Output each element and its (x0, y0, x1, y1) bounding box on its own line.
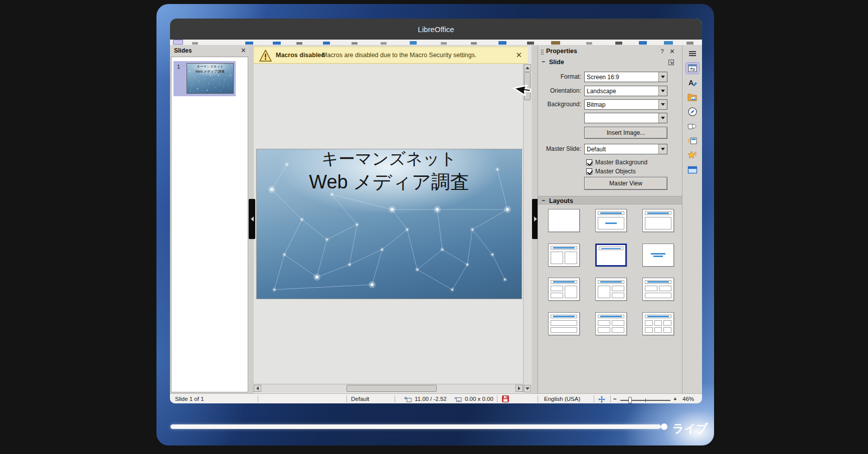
zoom-out-button[interactable]: − (613, 395, 617, 402)
slide-thumbnail-item[interactable]: 1 キーマンズネット Web メディア調査 (173, 61, 236, 96)
edit-canvas[interactable]: Macros disabled Macros are disabled due … (254, 46, 532, 393)
layout-content-box (663, 327, 671, 333)
layout-content-box (654, 327, 662, 333)
slides-panel-title: Slides (174, 47, 192, 54)
layout-content-box (598, 320, 610, 326)
collapse-section-icon[interactable]: − (542, 58, 545, 65)
scroll-down-button[interactable] (524, 385, 531, 392)
layout-content-box (551, 320, 577, 326)
object-size-icon (454, 396, 462, 403)
layout-item-centered-text[interactable] (642, 244, 674, 267)
layout-item-title-4-content[interactable] (595, 312, 627, 335)
format-dropdown[interactable]: Screen 16:9 (584, 72, 667, 82)
layout-content-box (551, 327, 577, 333)
toolbar-icon-fragment (551, 41, 560, 45)
layout-item-title-2content-over-content[interactable] (642, 278, 674, 301)
toolbar-icon-fragment (273, 42, 281, 45)
zoom-slider-thumb[interactable] (628, 397, 632, 403)
dropdown-arrow-icon[interactable] (658, 144, 667, 154)
sidebar-tab-shapes-icon[interactable] (686, 121, 699, 132)
layout-item-title-only[interactable] (595, 244, 627, 267)
master-background-checkbox[interactable] (586, 159, 592, 165)
layout-item-title-2content-and-content[interactable] (548, 278, 580, 301)
slides-panel-header: Slides ✕ (170, 46, 249, 57)
help-button[interactable]: ? (660, 48, 664, 55)
orientation-dropdown[interactable]: Landscape (584, 86, 667, 96)
sidebar-tab-gallery-icon[interactable] (686, 92, 699, 103)
toolbar-icon-fragment (527, 42, 534, 45)
orientation-label: Orientation: (538, 86, 581, 96)
master-objects-checkbox[interactable] (586, 168, 592, 174)
slides-panel-close-icon[interactable]: ✕ (241, 47, 246, 54)
layouts-section-header[interactable]: − Layouts (538, 196, 682, 204)
collapse-left-icon (248, 216, 254, 221)
format-label: Format: (538, 72, 581, 82)
zoom-in-button[interactable]: + (673, 395, 677, 402)
slide-canvas-object[interactable]: キーマンズネット Web メディア調査 (257, 149, 522, 299)
layout-content-box (565, 286, 577, 299)
scroll-left-button[interactable] (254, 385, 261, 392)
layout-content-box (565, 252, 577, 265)
layout-item-blank[interactable] (548, 209, 580, 232)
sidebar-tab-animation-icon[interactable] (686, 150, 699, 161)
panel-grip-icon[interactable] (541, 50, 542, 51)
unsaved-changes-icon[interactable] (502, 395, 509, 403)
background-image-dropdown[interactable] (584, 113, 667, 123)
toolbar-icon-fragment (686, 42, 693, 45)
slide-thumbnail-image[interactable]: キーマンズネット Web メディア調査 (187, 63, 234, 94)
layout-item-title-slide[interactable] (595, 209, 627, 232)
toolbar-icon-fragment (471, 42, 477, 45)
slide-section-title: Slide (549, 59, 564, 66)
sidebar-tab-master-slides-icon[interactable] (686, 164, 699, 175)
banner-close-icon[interactable]: ✕ (515, 51, 522, 60)
slides-list: 1 キーマンズネット Web メディア調査 (171, 57, 248, 392)
left-pane-splitter[interactable] (249, 199, 255, 239)
master-view-button[interactable]: Master View (584, 177, 667, 190)
layout-item-title-6-content[interactable] (642, 312, 674, 335)
layout-item-title-content-over-content[interactable] (548, 312, 580, 335)
layout-content-box (654, 320, 662, 326)
properties-close-icon[interactable]: ✕ (669, 48, 675, 55)
master-slide-label: Master Slide: (538, 144, 581, 154)
vertical-scroll-thumb[interactable] (524, 72, 531, 100)
layout-centered-lines (648, 251, 668, 260)
sidebar-tab-menu-icon[interactable] (686, 48, 699, 59)
layout-item-title-content-and-2content[interactable] (595, 278, 627, 301)
scroll-up-button[interactable] (524, 64, 531, 72)
master-background-label: Master Background (595, 159, 647, 166)
horizontal-scrollbar[interactable] (254, 384, 523, 392)
sidebar-tab-properties-icon[interactable] (686, 63, 699, 74)
layout-content-box (612, 293, 624, 299)
slide-section-header[interactable]: − Slide (538, 58, 682, 67)
stream-progress-bar[interactable] (170, 424, 661, 429)
zoom-level-value[interactable]: 46% (682, 395, 694, 402)
statusbar: Slide 1 of 1 Default 11.00 / -2.52 0.00 … (170, 393, 702, 403)
vertical-scrollbar[interactable] (523, 64, 531, 392)
dropdown-arrow-icon[interactable] (658, 72, 667, 82)
background-dropdown[interactable]: Bitmap (584, 99, 667, 110)
up-arrow-icon (526, 65, 530, 69)
more-options-icon[interactable] (668, 59, 674, 68)
scroll-right-button[interactable] (515, 385, 523, 392)
layout-title-bar (551, 280, 577, 284)
insert-image-button[interactable]: Insert Image... (584, 127, 667, 139)
layout-item-title-2-content[interactable] (548, 244, 580, 267)
layout-item-title-content[interactable] (642, 209, 674, 232)
layouts-section-title: Layouts (549, 197, 573, 204)
sidebar-tab-navigator-icon[interactable] (686, 106, 699, 117)
dropdown-arrow-icon[interactable] (658, 100, 667, 109)
collapse-section-icon[interactable]: − (542, 197, 545, 204)
fit-slide-icon[interactable] (598, 396, 605, 403)
slide-style-status[interactable]: Default (351, 395, 369, 402)
sidebar-tab-styles-icon[interactable]: A (686, 77, 699, 88)
window-titlebar[interactable]: LibreOffice (170, 19, 702, 40)
dropdown-arrow-icon[interactable] (658, 86, 667, 96)
dropdown-arrow-icon[interactable] (658, 113, 667, 123)
master-slide-dropdown[interactable]: Default (584, 144, 667, 154)
horizontal-scroll-thumb[interactable] (346, 385, 437, 392)
sidebar-tab-slide-transition-icon[interactable] (686, 135, 699, 146)
toolbar-icon-fragment (323, 42, 330, 45)
toolbar-icon-fragment (586, 42, 592, 45)
layout-content-box (598, 286, 610, 299)
language-status[interactable]: English (USA) (544, 395, 580, 402)
